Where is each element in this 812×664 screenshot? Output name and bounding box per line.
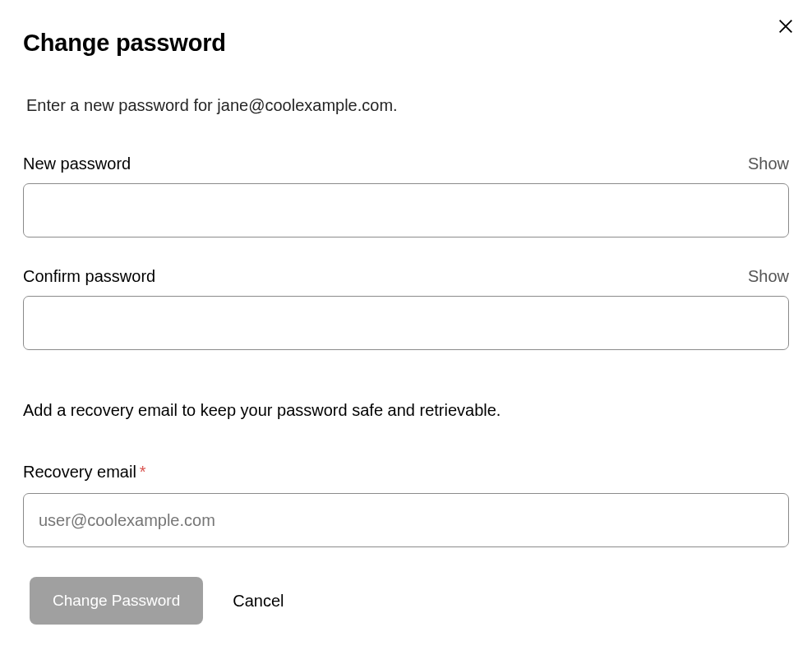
new-password-label: New password	[23, 154, 131, 173]
recovery-instruction-text: Add a recovery email to keep your passwo…	[23, 401, 789, 420]
instruction-text: Enter a new password for jane@coolexampl…	[26, 96, 789, 115]
confirm-password-label-row: Confirm password Show	[23, 267, 789, 286]
confirm-password-group: Confirm password Show	[23, 267, 789, 350]
button-row: Change Password Cancel	[30, 577, 789, 625]
show-confirm-password-button[interactable]: Show	[748, 267, 789, 286]
recovery-email-label: Recovery email*	[23, 463, 146, 482]
confirm-password-label: Confirm password	[23, 267, 155, 286]
recovery-email-label-text: Recovery email	[23, 463, 136, 481]
close-icon	[777, 17, 795, 35]
new-password-input[interactable]	[23, 183, 789, 237]
recovery-email-input[interactable]	[23, 493, 789, 547]
new-password-group: New password Show	[23, 154, 789, 237]
recovery-email-label-row: Recovery email*	[23, 463, 789, 482]
change-password-form: Change password Enter a new password for…	[0, 0, 812, 625]
cancel-button[interactable]: Cancel	[233, 592, 284, 611]
confirm-password-input[interactable]	[23, 296, 789, 350]
close-button[interactable]	[774, 15, 797, 38]
new-password-label-row: New password Show	[23, 154, 789, 173]
required-indicator: *	[140, 463, 146, 481]
change-password-button[interactable]: Change Password	[30, 577, 203, 625]
show-new-password-button[interactable]: Show	[748, 154, 789, 173]
recovery-email-group: Recovery email*	[23, 463, 789, 547]
page-title: Change password	[23, 30, 789, 57]
